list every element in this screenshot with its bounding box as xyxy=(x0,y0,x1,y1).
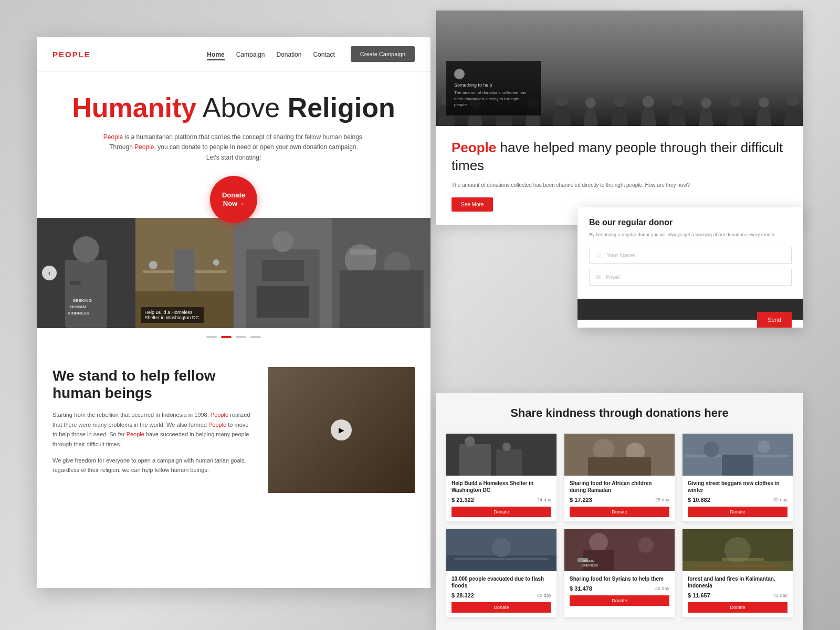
svg-point-11 xyxy=(213,259,219,266)
card-body-1: Help Build a Homeless Shelter in Washing… xyxy=(446,476,556,521)
svg-point-82 xyxy=(492,538,511,557)
donation-card-3: Giving street beggars new clothes in win… xyxy=(682,434,793,521)
svg-rect-17 xyxy=(257,286,309,318)
card-donate-btn-5[interactable]: Donate xyxy=(570,595,669,606)
svg-point-64 xyxy=(786,93,799,106)
svg-rect-1 xyxy=(65,260,107,328)
name-input-wrapper[interactable]: ☺ Your Name xyxy=(589,247,792,264)
svg-rect-12 xyxy=(174,249,195,291)
send-button[interactable]: Send xyxy=(757,312,792,328)
svg-point-58 xyxy=(701,98,711,108)
gallery-img-4 xyxy=(332,218,431,328)
card-days-3: 32 day xyxy=(773,497,788,502)
donor-form-subtitle: By becoming a regular donor you will alw… xyxy=(589,232,792,239)
svg-point-76 xyxy=(704,442,719,457)
email-input-wrapper[interactable]: ✉ Email xyxy=(589,269,792,286)
donate-now-button[interactable]: DonateNow→ xyxy=(210,176,257,223)
nav-link-home[interactable]: Home xyxy=(207,51,224,60)
nav-link-campaign[interactable]: Campaign xyxy=(236,51,265,58)
svg-point-71 xyxy=(593,439,614,460)
svg-point-69 xyxy=(502,443,511,451)
svg-rect-3 xyxy=(70,281,81,285)
about-desc-2: We give freedom for everyone to open a c… xyxy=(52,456,252,475)
card-amount-4: $ 28.322 xyxy=(452,592,474,598)
card-body-2: Sharing food for African children during… xyxy=(564,476,675,521)
nav-item-donation[interactable]: Donation xyxy=(276,49,301,59)
main-panel: PEOPLE Home Campaign Donation Contact Cr… xyxy=(37,37,430,588)
card-donate-btn-6[interactable]: Donate xyxy=(688,602,788,613)
card-days-2: 28 day xyxy=(655,497,669,502)
svg-point-15 xyxy=(272,231,293,252)
hero-subtitle-people1: People xyxy=(103,133,123,141)
svg-text:HUMAN: HUMAN xyxy=(583,560,594,563)
see-more-button[interactable]: See More xyxy=(452,197,493,212)
hero-section: Humanity Above Religion People is a huma… xyxy=(37,72,430,218)
card-image-1 xyxy=(446,434,556,476)
right-panel-title: People have helped many people through t… xyxy=(452,139,788,175)
card-amount-3: $ 10.882 xyxy=(688,497,710,503)
card-meta-3: $ 10.882 32 day xyxy=(688,497,788,503)
svg-rect-16 xyxy=(262,260,304,281)
donation-card-4: 10,000 people evacuated due to flash flo… xyxy=(446,529,556,617)
svg-point-27 xyxy=(337,451,356,470)
svg-rect-22 xyxy=(350,249,376,255)
brand-logo: PEOPLE xyxy=(52,50,91,59)
svg-point-52 xyxy=(614,96,625,107)
card-meta-2: $ 17.223 28 day xyxy=(570,497,669,503)
nav-link-contact[interactable]: Contact xyxy=(313,51,334,58)
svg-point-77 xyxy=(758,440,770,453)
svg-point-84 xyxy=(589,533,608,552)
svg-point-54 xyxy=(643,96,654,108)
card-days-5: 42 day xyxy=(655,586,669,591)
card-donate-btn-2[interactable]: Donate xyxy=(570,507,669,517)
nav-item-campaign[interactable]: Campaign xyxy=(236,49,265,59)
gallery-caption-text: Help Build a Homeless Shelter in Washing… xyxy=(145,310,199,320)
card-title-5: Sharing food for Syrians to help them xyxy=(570,575,669,582)
card-amount-5: $ 31.478 xyxy=(570,585,592,592)
svg-rect-66 xyxy=(459,444,491,476)
donor-form-title: Be our regular donor xyxy=(589,218,792,227)
svg-rect-68 xyxy=(496,449,522,476)
card-donate-btn-3[interactable]: Donate xyxy=(688,507,788,517)
donor-form-panel: Be our regular donor By becoming a regul… xyxy=(578,207,803,328)
svg-text:KINDNESS: KINDNESS xyxy=(68,311,90,316)
overlay-title: Something to help xyxy=(454,82,533,88)
gallery-prev-arrow[interactable]: ‹ xyxy=(42,266,57,280)
navbar: PEOPLE Home Campaign Donation Contact Cr… xyxy=(37,37,430,72)
card-amount-2: $ 17.223 xyxy=(570,497,592,503)
nav-item-contact[interactable]: Contact xyxy=(313,49,334,59)
card-title-4: 10,000 people evacuated due to flash flo… xyxy=(452,575,551,589)
svg-point-48 xyxy=(555,93,568,106)
dot-4[interactable] xyxy=(250,336,261,338)
donations-title: Share kindness through donations here xyxy=(446,406,793,421)
right-image-overlay: Something to help The amount of donation… xyxy=(446,61,541,116)
name-placeholder: Your Name xyxy=(606,252,635,258)
svg-point-67 xyxy=(465,436,475,447)
card-meta-1: $ 21.322 24 day xyxy=(452,497,551,503)
donation-card-2: Sharing food for African children during… xyxy=(564,434,675,521)
svg-rect-78 xyxy=(722,455,753,476)
dot-3[interactable] xyxy=(236,336,246,338)
card-donate-btn-1[interactable]: Donate xyxy=(452,507,551,517)
card-days-1: 24 day xyxy=(537,497,551,502)
hero-subtitle: People is a humanitarian platform that c… xyxy=(102,132,365,163)
nav-item-home[interactable]: Home xyxy=(207,49,224,59)
gallery-img-1: SEEKING HUMAN KINDNESS ‹ xyxy=(37,218,135,328)
donation-card-5: HUMAN KINDNESS Sharing food for Syrians … xyxy=(564,529,675,617)
svg-rect-21 xyxy=(339,270,423,328)
card-meta-6: $ 11.657 42 day xyxy=(688,592,788,598)
card-donate-btn-4[interactable]: Donate xyxy=(452,602,551,613)
card-days-6: 42 day xyxy=(773,593,788,598)
card-title-6: forest and land fires in Kalimantan, Ind… xyxy=(688,575,788,589)
create-campaign-button[interactable]: Create Campaign xyxy=(351,46,415,62)
donation-card-1: Help Build a Homeless Shelter in Washing… xyxy=(446,434,556,521)
play-button[interactable]: ▶ xyxy=(331,419,352,440)
dot-2[interactable] xyxy=(221,336,232,338)
hero-title-religion: Religion xyxy=(288,92,395,123)
svg-point-10 xyxy=(149,261,157,269)
dot-1[interactable] xyxy=(206,336,217,338)
hero-title-humanity: Humanity xyxy=(72,92,196,123)
nav-link-donation[interactable]: Donation xyxy=(276,51,301,58)
right-hero-image: Something to help The amount of donation… xyxy=(436,10,803,126)
svg-point-25 xyxy=(284,451,304,472)
